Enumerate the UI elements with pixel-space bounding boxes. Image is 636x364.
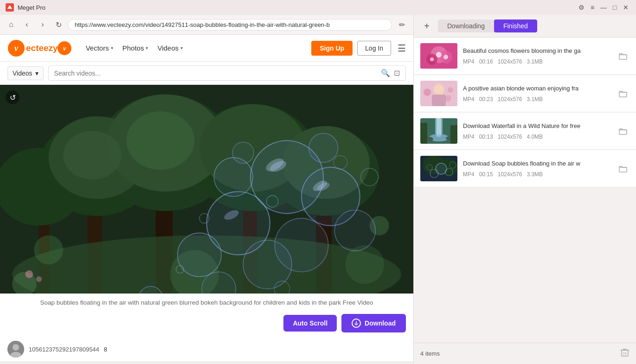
add-download-button[interactable]: + <box>420 19 433 32</box>
reload-video-button[interactable]: ↺ <box>6 90 19 104</box>
item-folder-button[interactable] <box>617 162 630 175</box>
svg-rect-92 <box>420 123 427 144</box>
item-resolution: 1024x576 <box>498 96 522 102</box>
svg-rect-94 <box>619 130 627 134</box>
item-title: Download Soap bubbles floating in the ai… <box>463 160 611 168</box>
delete-all-button[interactable] <box>620 348 630 359</box>
svg-point-99 <box>436 163 447 174</box>
svg-point-60 <box>334 156 347 169</box>
bookmark-button[interactable]: ✏ <box>395 18 409 32</box>
settings-button[interactable]: ⚙ <box>577 3 586 12</box>
home-button[interactable]: ⌂ <box>5 18 18 31</box>
item-meta: MP4 00:16 1024x576 3.1MB <box>463 58 611 65</box>
search-input[interactable] <box>54 70 377 77</box>
svg-rect-80 <box>432 95 446 106</box>
minimize-button[interactable]: — <box>599 3 608 12</box>
vecteezy-logo: v ecteezy v <box>7 39 72 57</box>
item-resolution: 1024x576 <box>498 134 522 140</box>
forward-button[interactable]: › <box>36 18 49 31</box>
item-folder-button[interactable] <box>617 125 630 138</box>
search-icon[interactable]: 🔍 <box>381 69 390 77</box>
item-title: Beautiful cosmos flowers blooming in the… <box>463 47 611 55</box>
item-folder-button[interactable] <box>617 50 630 63</box>
app-body: ⌂ ‹ › ↻ ✏ v ecteezy <box>0 15 636 364</box>
panel-footer: 4 items <box>414 343 636 364</box>
item-size: 3.3MB <box>527 171 543 178</box>
svg-point-81 <box>435 85 443 93</box>
nav-link-photos[interactable]: Photos ▾ <box>120 42 151 54</box>
search-input-wrap: 🔍 ⊡ <box>48 65 406 81</box>
svg-point-83 <box>448 87 453 93</box>
close-button[interactable]: ✕ <box>621 3 630 12</box>
search-bar: Videos ▾ 🔍 ⊡ <box>0 62 413 85</box>
item-duration: 00:16 <box>479 58 493 65</box>
svg-point-51 <box>139 287 163 294</box>
svg-point-74 <box>436 52 442 57</box>
svg-text:v: v <box>63 45 66 52</box>
items-count: 4 items <box>420 350 440 357</box>
tab-finished[interactable]: Finished <box>494 19 537 32</box>
address-input[interactable] <box>75 21 385 28</box>
svg-point-55 <box>361 168 379 186</box>
title-bar: Meget Pro ⚙ ≡ — □ ✕ <box>0 0 636 15</box>
item-duration: 00:13 <box>479 134 493 140</box>
title-bar-controls: ⚙ ≡ — □ ✕ <box>577 3 630 12</box>
item-folder-button[interactable] <box>617 87 630 100</box>
item-info: Download Waterfall in a Wild Nature for … <box>463 122 611 140</box>
back-button[interactable]: ‹ <box>20 18 33 31</box>
login-button[interactable]: Log In <box>357 41 391 56</box>
list-item: Beautiful cosmos flowers blooming in the… <box>414 38 636 75</box>
item-duration: 00:15 <box>479 171 493 178</box>
signup-button[interactable]: Sign Up <box>311 41 353 56</box>
browser-area: ⌂ ‹ › ↻ ✏ v ecteezy <box>0 15 413 364</box>
user-avatar <box>7 341 24 358</box>
panel-header: + Downloading Finished <box>414 15 636 38</box>
tab-group: Downloading Finished <box>438 19 537 32</box>
nav-link-videos[interactable]: Videos ▾ <box>154 42 186 54</box>
video-action-bar: Auto Scroll Download <box>0 310 413 337</box>
site-nav-right: Sign Up Log In ☰ <box>311 41 406 56</box>
item-meta: MP4 00:15 1024x576 3.3MB <box>463 171 611 178</box>
image-search-icon[interactable]: ⊡ <box>394 69 400 77</box>
content-area[interactable]: ↺ Soap bubbles floating in the air with … <box>0 85 413 364</box>
item-info: A positive asian blonde woman enjoying f… <box>463 84 611 102</box>
item-thumbnail <box>420 43 457 69</box>
svg-rect-104 <box>619 167 627 172</box>
refresh-button[interactable]: ↻ <box>52 18 65 31</box>
svg-rect-105 <box>622 350 628 356</box>
download-icon <box>352 319 361 328</box>
svg-point-57 <box>309 133 338 162</box>
svg-point-76 <box>443 55 448 59</box>
video-player: ↺ <box>0 85 413 294</box>
svg-point-54 <box>232 142 254 163</box>
search-type-select[interactable]: Videos ▾ <box>7 66 44 80</box>
menu-button[interactable]: ≡ <box>588 3 597 12</box>
svg-point-82 <box>424 89 431 96</box>
svg-rect-77 <box>619 55 627 59</box>
svg-point-47 <box>214 158 253 197</box>
item-size: 3.1MB <box>527 58 543 65</box>
svg-rect-85 <box>619 92 627 97</box>
tab-downloading[interactable]: Downloading <box>438 19 494 32</box>
svg-text:v: v <box>14 44 19 53</box>
video-container: ↺ Soap bubbles floating in the air with … <box>0 85 413 361</box>
item-format: MP4 <box>463 58 475 65</box>
list-item: Download Waterfall in a Wild Nature for … <box>414 113 636 150</box>
app-icon <box>6 3 14 12</box>
address-bar: ⌂ ‹ › ↻ ✏ <box>0 15 413 35</box>
right-panel: + Downloading Finished <box>413 15 636 364</box>
svg-point-43 <box>178 233 221 276</box>
maximize-button[interactable]: □ <box>610 3 619 12</box>
auto-scroll-button[interactable]: Auto Scroll <box>283 315 337 332</box>
site-nav: v ecteezy v Vectors ▾ <box>0 35 413 62</box>
item-size: 3.1MB <box>527 96 543 102</box>
hamburger-menu[interactable]: ☰ <box>398 43 406 54</box>
user-row: 105612375292197809544 8 <box>0 337 413 361</box>
nav-link-vectors[interactable]: Vectors ▾ <box>83 42 116 54</box>
item-format: MP4 <box>463 134 475 140</box>
item-resolution: 1024x576 <box>498 58 522 65</box>
item-info: Beautiful cosmos flowers blooming in the… <box>463 47 611 64</box>
download-button[interactable]: Download <box>341 314 406 332</box>
svg-point-75 <box>430 57 434 61</box>
list-item: Download Soap bubbles floating in the ai… <box>414 150 636 187</box>
